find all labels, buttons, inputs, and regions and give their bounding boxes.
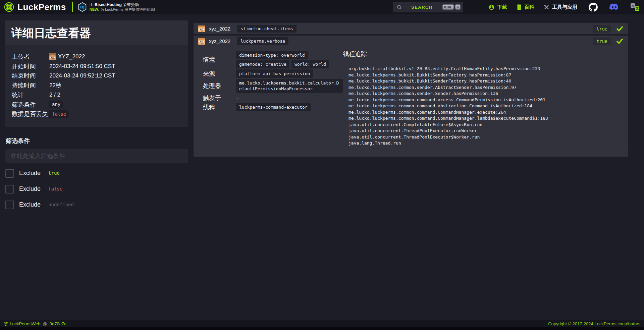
stack-trace-line: me.lucko.luckperms.bukkit.BukkitSenderFa…	[348, 72, 620, 78]
sponsor-line1: 由 BisectHosting 荣誉赞助	[90, 2, 155, 7]
discord-icon	[609, 3, 619, 11]
log-entry-row[interactable]: xyz_2022 luckperms.verbose true	[194, 36, 628, 47]
thread-label: 线程	[203, 103, 236, 111]
exclude-true-badge: true	[46, 169, 62, 177]
start-time: 2024-03-24 09:51:50 CST	[49, 63, 115, 70]
detail-fields: 情境 dimension-type: overworld gamemode: c…	[203, 51, 343, 151]
footer-repo-link[interactable]: LuckPermsWeb @ 0a70e7a	[4, 321, 66, 326]
meta-label: 上传者	[12, 53, 49, 61]
meta-row-count: 统计 2 / 2	[12, 90, 181, 100]
exclude-false-row: Exclude false	[5, 185, 188, 194]
kbd-k: K	[455, 4, 461, 10]
thread-trace: 线程追踪 org.bukkit.craftbukkit.v1_20_R3.ent…	[343, 49, 625, 151]
meta-row-duration: 持续时间 22秒	[12, 81, 181, 91]
processor-label: 处理器	[203, 82, 236, 90]
duration: 22秒	[49, 81, 61, 89]
processor-value-badge: me.lucko.luckperms.bukkit.calculator.Def…	[236, 79, 343, 93]
tools-icon	[544, 4, 549, 10]
nav-wiki[interactable]: 百科	[517, 4, 534, 10]
entry-result-badge: true	[593, 25, 611, 33]
stack-trace-line: me.lucko.luckperms.common.command.Comman…	[348, 109, 620, 116]
bottom-strip	[0, 327, 644, 330]
uploader-link[interactable]: XYZ_2022	[58, 53, 85, 60]
kbd-ctrl: CTRL	[442, 4, 454, 10]
stack-trace-line: me.lucko.luckperms.common.sender.Abstrac…	[348, 85, 620, 91]
entry-user: xyz_2022	[209, 38, 237, 44]
truncated-badge: false	[49, 110, 69, 118]
meta-row-uploader: 上传者 XYZ_2022	[12, 52, 181, 62]
origin-value-badge: platform_api_has_permission	[236, 69, 313, 78]
meta-row-end: 结束时间 2024-03-24 09:52:12 CST	[12, 71, 181, 81]
stack-trace-line: me.lucko.luckperms.common.sender.Sender.…	[348, 91, 620, 97]
nav-discord[interactable]	[609, 3, 619, 11]
nav-links: 下载 百科 工具与应用	[476, 3, 639, 12]
context-chip: world: world	[291, 60, 329, 68]
exclude-undefined-row: Exclude undefined	[5, 201, 188, 209]
footer-commit-hash: 0a70e7a	[50, 321, 67, 326]
sponsor-banner[interactable]: B) 由 BisectHosting 荣誉赞助 NEW: 为 LuckPerms…	[78, 2, 155, 12]
exclude-false-checkbox[interactable]	[5, 185, 14, 194]
nav-translate[interactable]: A 文	[631, 3, 639, 11]
exclude-undefined-checkbox[interactable]	[5, 201, 14, 209]
exclude-undefined-badge: undefined	[46, 201, 76, 209]
translate-icon: A 文	[631, 3, 639, 11]
exclude-true-checkbox[interactable]	[5, 169, 14, 178]
page-title: 详细日志查看器	[5, 20, 188, 45]
filter-mode-badge: any	[49, 101, 63, 108]
stack-trace-line: java.util.concurrent.ThreadPoolExecutor.…	[348, 128, 620, 134]
entry-user: xyz_2022	[209, 26, 237, 32]
meta-row-truncated: 数据是否丢失 false	[12, 109, 181, 119]
entry-result-badge: true	[593, 38, 611, 45]
navbar: LuckPerms B) 由 BisectHosting 荣誉赞助 NEW: 为…	[0, 0, 644, 14]
stack-trace-line: me.lucko.luckperms.common.command.Comman…	[348, 115, 620, 122]
luckperms-logo-icon	[4, 2, 14, 12]
thread-value-badge: luckperms-command-executor	[236, 103, 311, 111]
search-input[interactable]: SEARCH CTRL K	[393, 2, 463, 12]
entry-permission-badge: luckperms.verbose	[237, 37, 288, 45]
sidebar: 详细日志查看器 上传者 XYZ_2022	[5, 20, 188, 209]
nav-tools[interactable]: 工具与应用	[544, 4, 577, 10]
log-entry-row[interactable]: xyz_2022 slimefun.cheat.items true	[194, 23, 628, 34]
footer-repo-name: LuckPermsWeb	[10, 321, 41, 326]
exclude-false-badge: false	[46, 185, 65, 193]
minecraft-avatar-icon	[198, 38, 205, 45]
stack-trace-line: me.lucko.luckperms.common.command.access…	[348, 97, 620, 103]
bisecthosting-logo-icon: B)	[78, 2, 87, 12]
context-chip: dimension-type: overworld	[236, 51, 308, 59]
context-chip: gamemode: creative	[236, 60, 289, 68]
session-meta: 上传者 XYZ_2022 开始时间	[5, 45, 188, 127]
filter-section-heading: 筛选条件	[6, 137, 188, 145]
log-entries: xyz_2022 slimefun.cheat.items true	[194, 23, 628, 158]
stack-trace-line: org.bukkit.craftbukkit.v1_20_R3.entity.C…	[348, 66, 620, 72]
sponsor-line2: NEW: 为 LuckPerms 用户提供特别优惠!	[90, 7, 155, 12]
nav-download[interactable]: 下载	[489, 4, 507, 10]
navbar-divider	[72, 2, 73, 12]
stack-trace-box: org.bukkit.craftbukkit.v1_20_R3.entity.C…	[343, 62, 625, 151]
stack-trace-line: me.lucko.luckperms.bukkit.BukkitSenderFa…	[348, 78, 620, 85]
meta-row-start: 开始时间 2024-03-24 09:51:50 CST	[12, 62, 181, 71]
end-time: 2024-03-24 09:52:12 CST	[49, 72, 115, 79]
nav-github[interactable]	[589, 3, 598, 12]
stack-trace-line: me.lucko.luckperms.common.command.abstra…	[348, 103, 620, 109]
exclude-true-row: Exclude true	[5, 169, 188, 178]
search-label: SEARCH	[411, 5, 433, 10]
meta-row-filter: 筛选条件 any	[12, 100, 181, 110]
entry-detail-panel: 情境 dimension-type: overworld gamemode: c…	[194, 47, 628, 157]
page-content: 详细日志查看器 上传者 XYZ_2022	[0, 14, 644, 209]
github-icon	[589, 3, 598, 12]
luckperms-home-link[interactable]: LuckPerms	[4, 2, 66, 12]
check-icon	[616, 38, 623, 45]
brand-title: LuckPerms	[17, 2, 66, 12]
footer-copyright: Copyright © 2017-2024 LuckPerms contribu…	[548, 321, 640, 326]
search-icon	[397, 5, 402, 10]
git-branch-icon	[4, 322, 8, 326]
stack-trace-line: java.util.concurrent.ThreadPoolExecutor$…	[348, 134, 620, 141]
stack-trace-line: java.util.concurrent.CompletableFuture$A…	[348, 122, 620, 128]
minecraft-avatar-icon	[198, 25, 205, 32]
minecraft-avatar-icon	[49, 53, 56, 60]
download-icon	[489, 4, 494, 10]
entry-permission-badge: slimefun.cheat.items	[237, 25, 297, 33]
context-label: 情境	[203, 56, 236, 64]
check-icon	[616, 25, 623, 32]
filter-input[interactable]	[5, 149, 188, 163]
